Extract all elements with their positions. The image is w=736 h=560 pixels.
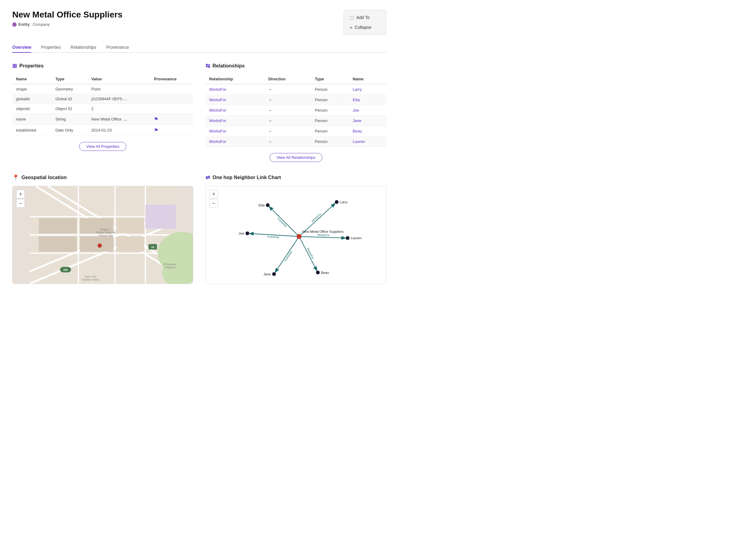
- chart-zoom-controls: + −: [209, 190, 218, 208]
- tab-relationships[interactable]: Relationships: [71, 42, 96, 53]
- svg-text:Historic Site: Historic Site: [98, 234, 113, 237]
- svg-point-50: [246, 232, 249, 235]
- table-row: objectid Object ID 2: [12, 104, 193, 114]
- svg-text:Joe: Joe: [239, 232, 244, 235]
- properties-section: ⊞ Properties Name Type Value Provenance …: [12, 63, 193, 162]
- prop-col-type: Type: [52, 74, 88, 84]
- page-title: New Metal Office Suppliers: [12, 10, 122, 20]
- tab-provenance[interactable]: Provenance: [106, 42, 129, 53]
- prop-type-cell: Geometry: [52, 84, 88, 94]
- view-all-relationships-button[interactable]: View All Relationships: [270, 153, 323, 162]
- rel-relationship-cell[interactable]: WorksFor: [205, 84, 265, 95]
- map-zoom-out-button[interactable]: −: [16, 199, 25, 208]
- rel-name-cell[interactable]: Jane: [349, 116, 386, 126]
- link-chart-icon: ⇌: [205, 174, 210, 181]
- table-row: globalid Global ID {A228944F-0EF5-....: [12, 94, 193, 104]
- provenance-icon: ⚑: [150, 125, 193, 136]
- properties-section-title: Properties: [19, 63, 44, 69]
- prop-name-cell: name: [12, 114, 52, 125]
- rel-col-relationship: Relationship: [205, 74, 265, 84]
- svg-point-46: [266, 203, 270, 207]
- svg-text:Walker National: Walker National: [96, 231, 116, 234]
- provenance-cell: [150, 94, 193, 104]
- svg-rect-19: [145, 205, 176, 229]
- svg-text:WorksFor: WorksFor: [277, 217, 287, 228]
- svg-point-54: [272, 272, 276, 276]
- rel-col-direction: Direction: [265, 74, 311, 84]
- add-to-button[interactable]: ⬚ Add To: [350, 14, 380, 21]
- prop-value-cell: New Metal Office ....: [88, 114, 150, 125]
- svg-text:Etta: Etta: [259, 203, 265, 207]
- svg-point-24: [98, 244, 102, 248]
- svg-text:Fashion Mens: Fashion Mens: [82, 278, 99, 281]
- map-zoom-in-button[interactable]: +: [16, 190, 25, 198]
- svg-text:New Metal Office Suppliers: New Metal Office Suppliers: [302, 230, 343, 233]
- relationships-table: Relationship Direction Type Name WorksFo…: [205, 74, 386, 147]
- collapse-button[interactable]: » Collapse: [350, 24, 380, 31]
- add-to-icon: ⬚: [350, 15, 354, 20]
- collapse-label: Collapse: [355, 25, 371, 30]
- rel-relationship-cell[interactable]: WorksFor: [205, 105, 265, 116]
- rel-relationship-cell[interactable]: WorksFor: [205, 136, 265, 147]
- chart-zoom-out-button[interactable]: −: [209, 199, 218, 208]
- rel-name-cell[interactable]: Larry: [349, 84, 386, 95]
- relationships-section-title: Relationships: [213, 63, 245, 69]
- chart-zoom-in-button[interactable]: +: [209, 190, 218, 198]
- svg-text:WorksFor: WorksFor: [317, 233, 330, 237]
- prop-col-name: Name: [12, 74, 52, 84]
- svg-text:Larry: Larry: [340, 200, 348, 204]
- rel-direction-cell: ←: [265, 126, 311, 136]
- table-row: established Date Only 2014-01-23 ⚑: [12, 125, 193, 136]
- prop-type-cell: Global ID: [52, 94, 88, 104]
- tab-overview[interactable]: Overview: [12, 42, 31, 53]
- rel-name-cell[interactable]: Lauren: [349, 136, 386, 147]
- svg-point-52: [346, 236, 349, 240]
- svg-point-44: [297, 234, 301, 239]
- svg-line-40: [275, 239, 298, 272]
- relationships-icon: ⇆: [205, 63, 210, 69]
- svg-line-42: [300, 239, 317, 270]
- table-row: shape Geometry Point: [12, 84, 193, 94]
- rel-direction-cell: ←: [265, 136, 311, 147]
- provenance-cell: [150, 84, 193, 94]
- prop-value-cell: {A228944F-0EF5-....: [88, 94, 150, 104]
- rel-name-cell[interactable]: Etta: [349, 95, 386, 105]
- svg-text:Maggie L.: Maggie L.: [100, 228, 112, 231]
- rel-type-cell: Person: [311, 136, 349, 147]
- rel-type-cell: Person: [311, 126, 349, 136]
- rel-relationship-cell[interactable]: WorksFor: [205, 116, 265, 126]
- rel-type-cell: Person: [311, 95, 349, 105]
- svg-point-56: [316, 270, 320, 274]
- table-row: WorksFor ← Person Beau: [205, 126, 386, 136]
- rel-relationship-cell[interactable]: WorksFor: [205, 95, 265, 105]
- link-chart-section: ⇌ One hop Neighbor Link Chart + − WorksF…: [205, 174, 386, 284]
- rel-relationship-cell[interactable]: WorksFor: [205, 126, 265, 136]
- svg-rect-12: [80, 236, 113, 252]
- prop-type-cell: String: [52, 114, 88, 125]
- map-container: + −: [12, 186, 193, 284]
- entity-dot-icon: [12, 22, 17, 27]
- svg-point-48: [335, 200, 339, 204]
- svg-rect-14: [117, 236, 144, 252]
- location-icon: 📍: [12, 174, 19, 181]
- prop-name-cell: globalid: [12, 94, 52, 104]
- table-row: WorksFor ← Person Larry: [205, 84, 386, 95]
- rel-name-cell[interactable]: Joe: [349, 105, 386, 116]
- provenance-icon: ⚑: [150, 114, 193, 125]
- prop-value-cell: Point: [88, 84, 150, 94]
- tab-properties[interactable]: Properties: [41, 42, 61, 53]
- prop-value-cell: 2: [88, 104, 150, 114]
- prop-type-cell: Object ID: [52, 104, 88, 114]
- prop-name-cell: objectid: [12, 104, 52, 114]
- relationships-section: ⇆ Relationships Relationship Direction T…: [205, 63, 386, 162]
- chart-container: + − WorksForWorksForWorksForWorksForWork…: [205, 186, 386, 284]
- svg-text:33: 33: [151, 246, 154, 249]
- rel-col-type: Type: [311, 74, 349, 84]
- view-all-properties-button[interactable]: View All Properties: [79, 142, 126, 151]
- svg-text:WorksFor: WorksFor: [311, 213, 322, 223]
- table-row: WorksFor ← Person Jane: [205, 116, 386, 126]
- svg-text:New York: New York: [85, 275, 96, 278]
- entity-label: Entity:: [18, 22, 31, 27]
- rel-name-cell[interactable]: Beau: [349, 126, 386, 136]
- svg-line-32: [270, 207, 297, 235]
